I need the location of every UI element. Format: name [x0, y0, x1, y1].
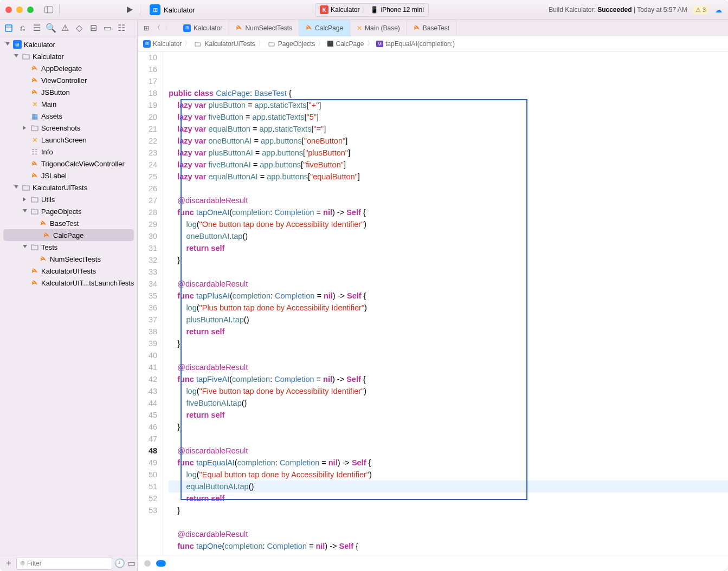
code-line-33[interactable]: log("Plus button tap done by Accessibili… — [169, 302, 728, 314]
code-line-34[interactable]: plusButtonAI.tap() — [169, 314, 728, 326]
tree-item-kalculatoruitests[interactable]: KalculatorUITests — [0, 265, 137, 277]
jumpbar-segment-2[interactable]: PageObjects — [267, 40, 315, 48]
debug-bar-toggle[interactable] — [156, 560, 166, 567]
disclosure-icon[interactable] — [13, 53, 20, 60]
jumpbar-segment-1[interactable]: KalculatorUITests — [194, 40, 255, 48]
jumpbar-segment-0[interactable]: ⊞ Kalculator — [143, 40, 182, 48]
tree-item-assets[interactable]: ▦Assets — [0, 110, 137, 122]
tab-numselecttests[interactable]: NumSelectTests — [229, 20, 299, 36]
add-button[interactable]: ＋ — [4, 559, 13, 568]
disclosure-icon[interactable] — [22, 244, 28, 250]
tree-item-calcpage[interactable]: CalcPage — [3, 229, 134, 241]
disclosure-icon[interactable] — [22, 125, 28, 131]
run-button[interactable] — [125, 5, 134, 14]
code-line-36[interactable]: } — [169, 338, 728, 349]
report-navigator-icon[interactable]: ☷ — [117, 24, 126, 33]
tab-basetest[interactable]: BaseTest — [407, 20, 456, 36]
source-control-navigator-icon[interactable]: ⎌ — [18, 24, 27, 33]
code-line-41[interactable]: fiveButtonAI.tap() — [169, 397, 728, 409]
disclosure-icon[interactable] — [13, 184, 20, 191]
code-line-50[interactable]: } — [169, 504, 728, 516]
scm-filter-icon[interactable]: ▭ — [127, 559, 136, 568]
code-line-48[interactable]: equalButtonAI.tap() — [169, 481, 728, 492]
code-line-35[interactable]: return self — [169, 326, 728, 338]
tree-item-jslabel[interactable]: JSLabel — [0, 170, 137, 181]
code-line-38[interactable]: @discardableResult — [169, 361, 728, 373]
debug-navigator-icon[interactable]: ⊟ — [89, 24, 98, 33]
tab-calcpage[interactable]: CalcPage — [299, 20, 350, 36]
code-line-22[interactable]: lazy var equalButtonAI = app.buttons["eq… — [169, 171, 728, 183]
scheme-selector[interactable]: K Kalculator 〉 📱 iPhone 12 mini — [315, 3, 429, 17]
tree-item-viewcontroller[interactable]: ViewController — [0, 74, 137, 86]
code-line-45[interactable]: @discardableResult — [169, 445, 728, 457]
code-line-31[interactable]: @discardableResult — [169, 278, 728, 290]
tree-item-numselecttests[interactable]: NumSelectTests — [0, 253, 137, 265]
code-line-32[interactable]: func tapPlusAI(completion: Completion = … — [169, 290, 728, 302]
tab-kalculator[interactable]: ⊞Kalculator — [177, 20, 229, 36]
tree-item-info[interactable]: ☷Info — [0, 146, 137, 158]
minimize-window-button[interactable] — [16, 7, 23, 13]
jumpbar-segment-3[interactable]: ⬛ CalcPage — [327, 40, 364, 48]
code-line-30[interactable] — [169, 266, 728, 278]
find-navigator-icon[interactable]: 🔍 — [47, 24, 55, 33]
jump-bar[interactable]: ⊞ Kalculator〉 KalculatorUITests〉 PageObj… — [138, 36, 728, 51]
issue-navigator-icon[interactable]: ⚠ — [61, 24, 69, 33]
code-line-16[interactable]: lazy var plusButton = app.staticTexts["+… — [169, 99, 728, 111]
tree-item-kalculator[interactable]: ⊞Kalculator — [0, 38, 137, 50]
code-line-51[interactable] — [169, 516, 728, 528]
tree-item-launchscreen[interactable]: ✕LaunchScreen — [0, 134, 137, 146]
code-line-37[interactable] — [169, 349, 728, 361]
code-line-10[interactable]: public class CalcPage: BasеTest { — [169, 87, 728, 99]
tree-item-pageobjects[interactable]: PageObjects — [0, 205, 137, 217]
code-line-26[interactable]: log("One button tap done by Accessibilit… — [169, 218, 728, 230]
tree-item-screenshots[interactable]: Screenshots — [0, 122, 137, 134]
code-line-49[interactable]: return self — [169, 492, 728, 504]
code-content[interactable]: public class CalcPage: BasеTest { lazy v… — [163, 51, 728, 555]
breakpoint-toggle[interactable] — [144, 560, 151, 567]
code-line-42[interactable]: return self — [169, 409, 728, 421]
disclosure-icon[interactable] — [22, 208, 28, 215]
tree-item-basetest[interactable]: BaseTest — [0, 217, 137, 229]
tree-item-appdelegate[interactable]: AppDelegate — [0, 62, 137, 74]
code-line-39[interactable]: func tapFiveAI(completion: Completion = … — [169, 373, 728, 385]
jumpbar-segment-4[interactable]: M tapEqualAI(completion:) — [376, 40, 455, 48]
code-line-53[interactable]: func tapOne(completion: Completion = nil… — [169, 540, 728, 552]
disclosure-icon[interactable] — [22, 196, 28, 203]
tree-item-kalculatoruit-tslaunchtests[interactable]: KalculatorUIT...tsLaunchTests — [0, 277, 137, 289]
tree-item-tests[interactable]: Tests — [0, 241, 137, 253]
code-line-28[interactable]: return self — [169, 242, 728, 254]
test-navigator-icon[interactable]: ◇ — [75, 24, 83, 33]
code-line-43[interactable]: } — [169, 421, 728, 433]
back-button[interactable]: 〈 — [153, 24, 162, 33]
code-line-27[interactable]: oneButtonAI.tap() — [169, 230, 728, 242]
code-line-18[interactable]: lazy var equalButton = app.staticTexts["… — [169, 123, 728, 135]
code-line-29[interactable]: } — [169, 254, 728, 266]
disclosure-icon[interactable] — [4, 41, 11, 48]
filter-input[interactable] — [27, 559, 108, 568]
activity-icon[interactable]: ☁ — [714, 5, 723, 14]
symbol-navigator-icon[interactable]: ☰ — [33, 24, 41, 33]
close-window-button[interactable] — [5, 7, 12, 13]
code-line-40[interactable]: log("Five button tap done by Accessibili… — [169, 385, 728, 397]
tree-item-jsbutton[interactable]: JSButton — [0, 86, 137, 98]
tree-item-kalculatoruitests[interactable]: KalculatorUITests — [0, 181, 137, 193]
code-line-17[interactable]: lazy var fiveButton = app.staticTexts["5… — [169, 111, 728, 123]
filter-field-wrap[interactable]: ⊜ — [16, 557, 112, 570]
code-line-44[interactable] — [169, 433, 728, 445]
tree-item-trigonocalcviewcontroller[interactable]: TrigonoCalcViewController — [0, 158, 137, 170]
code-line-52[interactable]: @discardableResult — [169, 528, 728, 540]
source-editor[interactable]: 1016171819202122232425262728293031323334… — [138, 51, 728, 555]
zoom-window-button[interactable] — [27, 7, 34, 13]
code-line-46[interactable]: func tapEqualAI(completion: Completion =… — [169, 457, 728, 469]
code-line-23[interactable] — [169, 183, 728, 194]
code-line-24[interactable]: @discardableResult — [169, 194, 728, 206]
code-line-25[interactable]: func tapOneAI(completion: Completion = n… — [169, 206, 728, 218]
project-navigator-icon[interactable] — [4, 24, 13, 33]
tree-item-kalculator[interactable]: Kalculator — [0, 50, 137, 62]
tree-item-utils[interactable]: Utils — [0, 193, 137, 205]
code-line-20[interactable]: lazy var plusButtonAI = app.buttons["plu… — [169, 147, 728, 159]
related-items-icon[interactable]: ⊞ — [142, 24, 151, 33]
code-line-19[interactable]: lazy var oneButtonAI = app.buttons["oneB… — [169, 135, 728, 147]
forward-button[interactable]: 〉 — [164, 24, 172, 33]
sidebar-toggle-icon[interactable] — [44, 5, 53, 14]
